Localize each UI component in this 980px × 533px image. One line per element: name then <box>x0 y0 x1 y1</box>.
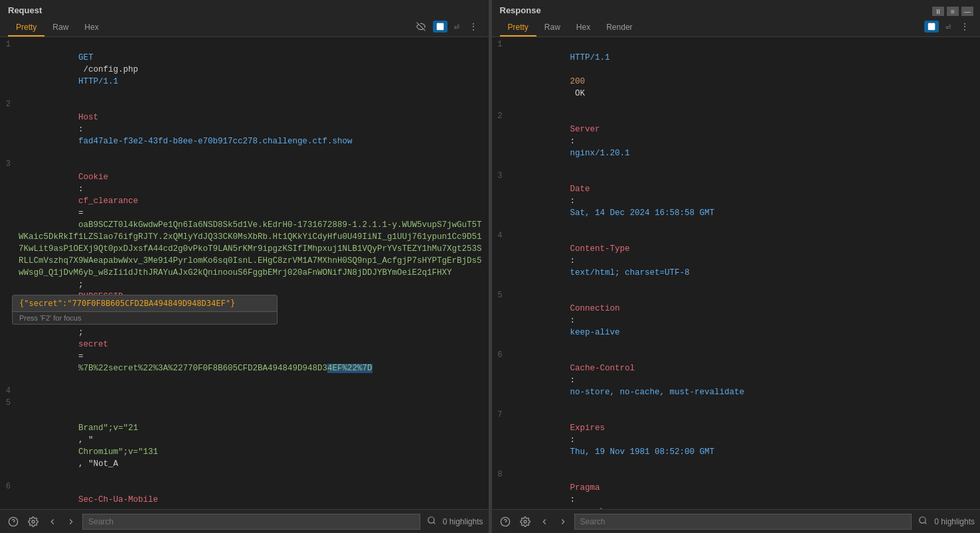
request-title: Request <box>8 5 481 19</box>
response-line-1: 1 HTTP/1.1 200 OK <box>492 40 981 112</box>
request-line-4: 4 <box>0 386 489 398</box>
request-settings-button[interactable] <box>25 515 41 528</box>
response-menu-button[interactable]: ⋮ <box>957 20 972 33</box>
response-line-7: 7 Expires : Thu, 19 Nov 1981 08:52:00 GM… <box>492 410 981 470</box>
response-content: 1 HTTP/1.1 200 OK 2 Server : nginx/1.20.… <box>492 37 981 509</box>
autocomplete-hint: Press 'F2' for focus <box>13 312 277 324</box>
request-tab-bar: Pretty Raw Hex <box>8 19 481 37</box>
response-line-4: 4 Content-Type : text/html; charset=UTF-… <box>492 231 981 291</box>
response-panel: Response Pretty Raw Hex Render <box>492 0 981 533</box>
request-line-1: 1 GET /config.php HTTP/1.1 <box>0 40 489 100</box>
close-btn[interactable]: — <box>961 7 973 16</box>
response-highlights-badge: 0 highlights <box>934 517 975 526</box>
request-tab-hex[interactable]: Hex <box>76 19 106 37</box>
svg-point-5 <box>428 517 434 523</box>
response-wrap-button[interactable]: ⏎ <box>943 21 953 33</box>
response-highlight-button[interactable] <box>924 21 939 33</box>
response-line-3: 3 Date : Sat, 14 Dec 2024 16:58:58 GMT <box>492 171 981 231</box>
layout-btn[interactable]: ≡ <box>947 7 959 16</box>
request-forward-button[interactable] <box>64 516 78 528</box>
response-search-input[interactable] <box>574 514 912 530</box>
request-back-button[interactable] <box>45 516 60 528</box>
svg-line-6 <box>433 522 435 524</box>
response-tab-hex[interactable]: Hex <box>568 19 598 37</box>
response-header: Response Pretty Raw Hex Render <box>492 0 981 37</box>
main-container: Request Pretty Raw Hex <box>0 0 980 533</box>
svg-point-10 <box>524 520 527 523</box>
svg-point-4 <box>32 520 35 523</box>
response-line-6: 6 Cache-Control : no-store, no-cache, mu… <box>492 350 981 410</box>
window-controls: ⏸ ≡ — <box>932 7 973 16</box>
autocomplete-item[interactable]: {"secret":"770F0F8B605CFD2BA494849D948D3… <box>13 295 277 312</box>
request-search-submit[interactable] <box>424 514 439 528</box>
request-line-6: 6 Sec-Ch-Ua-Mobile : ?0 <box>0 482 489 509</box>
response-tab-actions: ⏎ ⋮ <box>924 20 972 36</box>
response-forward-button[interactable] <box>556 516 570 528</box>
response-tab-pretty[interactable]: Pretty <box>500 19 536 37</box>
svg-point-11 <box>920 517 926 523</box>
svg-line-12 <box>925 522 927 524</box>
menu-button[interactable]: ⋮ <box>466 20 481 33</box>
request-line-2: 2 Host : fad47ale-f3e2-43fd-b8ee-e70b917… <box>0 100 489 159</box>
highlight-button[interactable] <box>433 21 448 33</box>
response-line-5: 5 Connection : keep-alive <box>492 291 981 350</box>
response-bottom: 0 highlights <box>492 509 981 533</box>
response-settings-button[interactable] <box>517 515 533 528</box>
response-search-submit[interactable] <box>916 514 930 528</box>
response-back-button[interactable] <box>537 516 552 528</box>
request-search-input[interactable] <box>82 514 420 530</box>
request-tab-raw[interactable]: Raw <box>44 19 76 37</box>
request-bottom: 0 highlights <box>0 509 489 533</box>
request-header: Request Pretty Raw Hex <box>0 0 489 37</box>
wrap-button[interactable]: ⏎ <box>451 21 462 33</box>
request-highlights-badge: 0 highlights <box>443 517 483 526</box>
svg-rect-7 <box>928 23 936 31</box>
response-tab-bar: Pretty Raw Hex Render ⏎ <box>500 19 973 37</box>
request-line-5: 5 Brand";v="21 , " Chromium";v="131 , "N… <box>0 398 489 482</box>
request-line-3: 3 Cookie : cf_clearance = oaB9SCZT0l4kGw… <box>0 159 489 386</box>
response-title: Response <box>500 5 973 19</box>
response-line-2: 2 Server : nginx/1.20.1 <box>492 112 981 171</box>
svg-rect-1 <box>436 23 444 31</box>
pause-btn[interactable]: ⏸ <box>932 7 944 16</box>
response-help-button[interactable] <box>497 515 513 528</box>
eye-off-button[interactable] <box>413 21 429 33</box>
response-tab-render[interactable]: Render <box>598 19 640 37</box>
request-help-button[interactable] <box>5 515 21 528</box>
autocomplete-popup: {"secret":"770F0F8B605CFD2BA494849D948D3… <box>12 295 278 325</box>
request-tab-actions: ⏎ ⋮ <box>413 20 481 36</box>
response-line-8: 8 Pragma : no-cache <box>492 470 981 509</box>
request-panel: Request Pretty Raw Hex <box>0 0 489 533</box>
response-tab-raw[interactable]: Raw <box>536 19 568 37</box>
request-tab-pretty[interactable]: Pretty <box>8 19 44 37</box>
request-content: 1 GET /config.php HTTP/1.1 2 Host : fad4… <box>0 37 489 509</box>
